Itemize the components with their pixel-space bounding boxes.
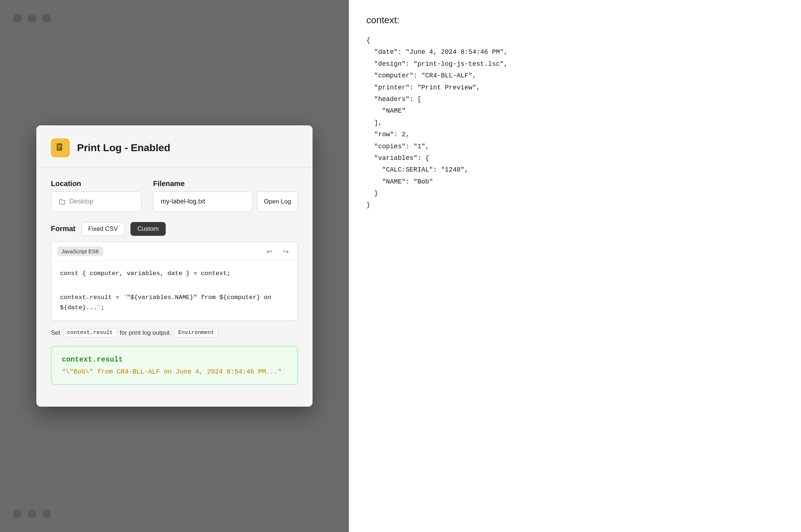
code-editor-body[interactable]: const { computer, variables, date } = co… bbox=[51, 261, 298, 321]
format-header: Format Fixed CSV Custom bbox=[51, 222, 298, 236]
filename-label: Filename bbox=[153, 180, 298, 188]
location-input[interactable]: Desktop bbox=[51, 192, 141, 212]
code-lang-badge: JavaScript ES6 bbox=[57, 246, 103, 256]
code-line-2 bbox=[60, 281, 289, 291]
traffic-light-green[interactable] bbox=[42, 14, 51, 23]
result-label: context.result bbox=[62, 355, 287, 364]
result-value: "\"Bob\" from CR4-BLL-ALF on June 4, 202… bbox=[62, 368, 287, 375]
traffic-light-bottom-yellow[interactable] bbox=[28, 509, 36, 518]
hint-prefix: Set bbox=[51, 329, 60, 336]
context-result-badge: context.result bbox=[63, 328, 117, 337]
code-line-1: const { computer, variables, date } = co… bbox=[60, 269, 289, 279]
filename-row: Open Log bbox=[153, 192, 298, 212]
traffic-light-bottom-red[interactable] bbox=[13, 509, 22, 518]
format-fixed-csv-button[interactable]: Fixed CSV bbox=[81, 222, 125, 236]
filename-group: Filename Open Log bbox=[153, 180, 298, 212]
location-value: Desktop bbox=[69, 198, 93, 205]
svg-rect-3 bbox=[58, 148, 60, 149]
print-log-modal: Print Log - Enabled Location Desktop bbox=[36, 125, 313, 407]
folder-icon bbox=[59, 198, 66, 205]
svg-rect-2 bbox=[58, 146, 61, 147]
modal-body: Location Desktop Filename Open Log bbox=[36, 168, 313, 385]
code-editor: JavaScript ES6 ↩ ↪ const { computer, var… bbox=[51, 242, 298, 321]
location-filename-row: Location Desktop Filename Open Log bbox=[51, 180, 298, 212]
redo-button[interactable]: ↪ bbox=[280, 246, 292, 257]
traffic-light-yellow[interactable] bbox=[28, 14, 36, 23]
open-log-button[interactable]: Open Log bbox=[257, 192, 298, 212]
format-custom-button[interactable]: Custom bbox=[130, 222, 166, 236]
format-section: Format Fixed CSV Custom JavaScript ES6 ↩… bbox=[51, 222, 298, 385]
left-panel: Print Log - Enabled Location Desktop bbox=[0, 0, 349, 532]
modal-title: Print Log - Enabled bbox=[77, 142, 170, 154]
filename-input[interactable] bbox=[153, 192, 253, 212]
traffic-lights-top bbox=[13, 14, 51, 23]
hint-suffix: for print log output. bbox=[120, 329, 172, 336]
traffic-light-bottom-green[interactable] bbox=[42, 509, 51, 518]
context-title: context: bbox=[366, 15, 784, 26]
code-actions: ↩ ↪ bbox=[263, 246, 292, 257]
right-panel: context: { "date": "June 4, 2024 8:54:46… bbox=[349, 0, 801, 532]
code-line-3: context.result = `"${variables.NAME}" fr… bbox=[60, 293, 289, 314]
modal-header: Print Log - Enabled bbox=[36, 125, 313, 168]
traffic-light-red[interactable] bbox=[13, 14, 22, 23]
format-label: Format bbox=[51, 225, 76, 233]
traffic-lights-bottom bbox=[13, 509, 51, 518]
result-box: context.result "\"Bob\" from CR4-BLL-ALF… bbox=[51, 346, 298, 385]
context-code: { "date": "June 4, 2024 8:54:46 PM", "de… bbox=[366, 35, 784, 211]
hint-row: Set context.result for print log output.… bbox=[51, 328, 298, 337]
document-icon bbox=[55, 142, 66, 153]
undo-button[interactable]: ↩ bbox=[263, 246, 275, 257]
location-label: Location bbox=[51, 180, 141, 188]
modal-icon bbox=[51, 138, 70, 157]
code-editor-header: JavaScript ES6 ↩ ↪ bbox=[51, 242, 298, 261]
svg-rect-1 bbox=[58, 145, 61, 146]
location-group: Location Desktop bbox=[51, 180, 141, 212]
environment-button[interactable]: Environment bbox=[174, 328, 218, 337]
